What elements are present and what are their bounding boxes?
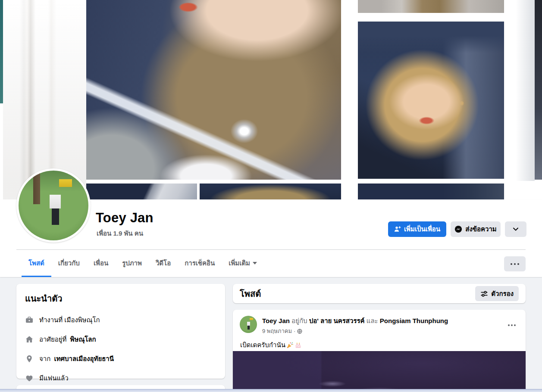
- intro-relationship-text: มีแฟนแล้ว: [39, 373, 69, 383]
- cover-photo-collage[interactable]: [0, 0, 542, 199]
- home-icon: [25, 335, 34, 344]
- post-separator: ·: [294, 328, 295, 334]
- party-popper-emoji: [286, 342, 294, 349]
- cover-photo-bottom-left[interactable]: [86, 184, 197, 199]
- intro-title: แนะนำตัว: [25, 292, 216, 305]
- post-author-link[interactable]: Toey Jan: [262, 317, 290, 324]
- intro-work-row: ทำงานที่ เมืองพิษณุโก: [25, 315, 216, 325]
- window-bottom-scrollbar[interactable]: [0, 389, 542, 392]
- birthday-cake-emoji: [294, 342, 302, 349]
- tab-friends[interactable]: เพื่อน: [87, 250, 115, 277]
- send-message-label: ส่งข้อความ: [465, 224, 497, 234]
- posts-filter-label: ตัวกรอง: [491, 289, 514, 299]
- intro-from-prefix: จาก: [39, 355, 50, 362]
- chevron-down-icon: [512, 226, 519, 233]
- cover-photo-edge-teal: [0, 0, 3, 103]
- post-timestamp-link[interactable]: 9 พฤษภาคม ·: [262, 327, 302, 336]
- profile-picture-image: [19, 171, 88, 240]
- cover-photo-selfie-large[interactable]: [86, 0, 341, 180]
- intro-lives-prefix: อาศัยอยู่ที่: [39, 336, 66, 343]
- intro-lives-row: อาศัยอยู่ที่ พิษณุโลก: [25, 334, 216, 345]
- facebook-profile-page: Toey Jan เพื่อน 1.9 พัน คน เพิ่มเป็นเพื่…: [0, 0, 542, 392]
- cover-photo-right-dark-edge: [535, 0, 542, 180]
- intro-relationship-row: มีแฟนแล้ว: [25, 373, 216, 383]
- post-text: เบิดเดครับกำนัน: [240, 340, 302, 350]
- cover-photo-bottom-middle[interactable]: [200, 184, 341, 199]
- posts-section-header: โพสต์ ตัวกรอง: [233, 284, 526, 303]
- post-attached-photo[interactable]: [233, 351, 526, 392]
- cover-photo-right-top[interactable]: [358, 0, 504, 13]
- send-message-button[interactable]: ส่งข้อความ: [451, 221, 501, 237]
- posts-section-title: โพสต์: [240, 287, 475, 301]
- location-pin-icon: [25, 355, 34, 363]
- profile-more-actions-button[interactable]: [505, 221, 526, 237]
- chevron-down-icon: [253, 262, 257, 264]
- tab-more[interactable]: เพิ่มเติม: [222, 250, 264, 277]
- friends-count-link[interactable]: เพื่อน 1.9 พัน คน: [97, 228, 143, 239]
- cover-photo-right-edge: [516, 0, 535, 181]
- globe-icon: [297, 329, 302, 334]
- tabs-overflow-button[interactable]: [504, 256, 526, 271]
- cover-photo-bottom-right[interactable]: [358, 184, 504, 199]
- profile-tabs-bar: โพสต์ เกี่ยวกับ เพื่อน รูปภาพ วิดีโอ การ…: [16, 249, 526, 277]
- filter-sliders-icon: [480, 290, 488, 298]
- tab-about[interactable]: เกี่ยวกับ: [51, 250, 87, 277]
- post-headline: Toey Jan อยู่กับ ปอ' ลาย นครสวรรค์ และ P…: [262, 317, 504, 325]
- post-tagged-person-1-link[interactable]: ปอ' ลาย นครสวรรค์: [309, 317, 365, 324]
- messenger-icon: [454, 225, 462, 233]
- intro-card: แนะนำตัว ทำงานที่ เมืองพิษณุโก อาศัยอยู่…: [16, 284, 225, 379]
- profile-picture[interactable]: [16, 168, 91, 243]
- intro-from-place-link[interactable]: เทศบาลเมืองอุทัยธานี: [54, 355, 114, 362]
- page-title: Toey Jan: [96, 210, 154, 226]
- post-connector-with: อยู่กับ: [291, 317, 307, 324]
- heart-icon: [25, 374, 34, 383]
- intro-work-text: ทำงานที่ เมืองพิษณุโก: [39, 315, 100, 325]
- post-tagged-person-2-link[interactable]: Pongsiam Thunphung: [380, 317, 448, 324]
- post-card: Toey Jan อยู่กับ ปอ' ลาย นครสวรรค์ และ P…: [233, 310, 526, 392]
- tab-photos[interactable]: รูปภาพ: [115, 250, 149, 277]
- ellipsis-icon: [511, 324, 513, 326]
- tab-posts[interactable]: โพสต์: [22, 250, 51, 277]
- add-friend-button[interactable]: เพิ่มเป็นเพื่อน: [388, 221, 446, 237]
- intro-from-row: จาก เทศบาลเมืองอุทัยธานี: [25, 354, 216, 364]
- post-menu-button[interactable]: [504, 317, 520, 333]
- cover-photo-right-night-selfie[interactable]: [358, 22, 504, 179]
- ellipsis-icon: [514, 263, 516, 265]
- add-friend-label: เพิ่มเป็นเพื่อน: [404, 224, 440, 234]
- tab-checkins[interactable]: การเช็คอิน: [178, 250, 222, 277]
- post-connector-and: และ: [367, 317, 378, 324]
- tab-videos[interactable]: วิดีโอ: [149, 250, 178, 277]
- posts-filter-button[interactable]: ตัวกรอง: [475, 286, 519, 301]
- intro-lives-place-link[interactable]: พิษณุโลก: [70, 336, 96, 343]
- briefcase-icon: [25, 316, 34, 324]
- post-timestamp: 9 พฤษภาคม: [262, 327, 292, 336]
- post-author-avatar[interactable]: [240, 316, 257, 333]
- person-add-icon: [394, 226, 401, 233]
